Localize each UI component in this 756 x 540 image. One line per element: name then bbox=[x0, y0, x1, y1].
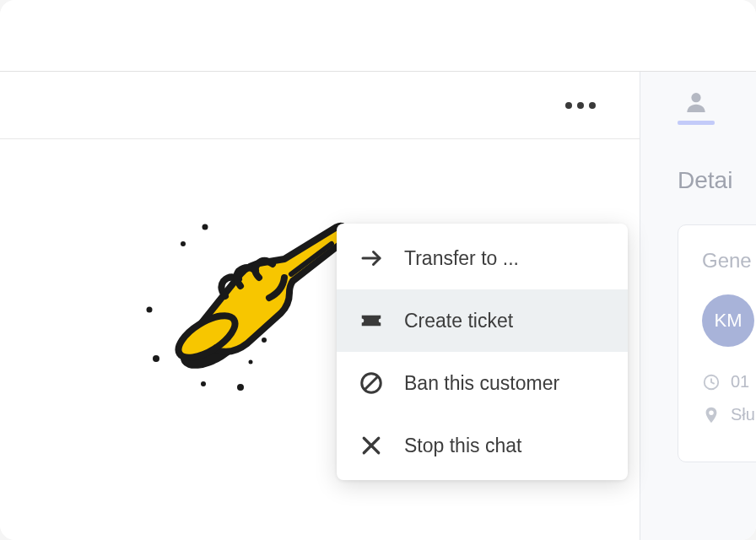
menu-item-label: Ban this customer bbox=[404, 372, 559, 395]
app-frame: Transfer to ... Create ticket Ban thi bbox=[0, 0, 756, 540]
location-row: Słu bbox=[702, 405, 756, 424]
svg-point-4 bbox=[201, 381, 206, 386]
tab-customer[interactable] bbox=[678, 89, 715, 125]
dot-icon bbox=[589, 102, 596, 109]
svg-line-13 bbox=[365, 377, 378, 390]
details-heading: Detai bbox=[678, 167, 756, 194]
svg-point-2 bbox=[181, 241, 186, 246]
svg-point-0 bbox=[147, 307, 153, 313]
menu-item-transfer[interactable]: Transfer to ... bbox=[337, 227, 628, 289]
ban-icon bbox=[359, 370, 384, 396]
svg-point-5 bbox=[237, 384, 244, 391]
arrow-right-icon bbox=[359, 246, 384, 271]
menu-item-label: Stop this chat bbox=[404, 435, 521, 457]
customer-avatar: KM bbox=[702, 294, 754, 347]
svg-point-1 bbox=[153, 355, 159, 362]
menu-item-label: Transfer to ... bbox=[404, 247, 519, 270]
side-panel-tabs bbox=[678, 89, 756, 125]
location-pin-icon bbox=[702, 406, 721, 424]
close-icon bbox=[359, 433, 384, 458]
menu-item-label: Create ticket bbox=[404, 310, 513, 332]
top-spacer bbox=[0, 0, 756, 71]
svg-point-16 bbox=[691, 93, 700, 102]
more-options-button[interactable] bbox=[559, 95, 602, 116]
dot-icon bbox=[565, 102, 572, 109]
svg-point-3 bbox=[202, 224, 208, 230]
ticket-icon bbox=[359, 308, 384, 333]
time-row: 01 bbox=[702, 372, 756, 392]
pointing-hand-illustration bbox=[139, 215, 359, 401]
main-area: Transfer to ... Create ticket Ban thi bbox=[0, 71, 756, 540]
svg-point-6 bbox=[249, 360, 253, 364]
menu-item-stop-chat[interactable]: Stop this chat bbox=[337, 414, 628, 477]
person-icon bbox=[683, 89, 710, 116]
chat-header bbox=[0, 72, 640, 139]
dot-icon bbox=[577, 102, 584, 109]
tab-active-underline bbox=[678, 121, 715, 125]
menu-item-create-ticket[interactable]: Create ticket bbox=[337, 289, 628, 352]
menu-item-ban-customer[interactable]: Ban this customer bbox=[337, 352, 628, 414]
svg-point-7 bbox=[262, 338, 267, 343]
general-info-card: Gene KM 01 bbox=[678, 224, 756, 462]
time-value: 01 bbox=[731, 372, 749, 392]
details-side-panel: Detai Gene KM 01 bbox=[640, 72, 756, 540]
clock-icon bbox=[702, 373, 721, 392]
location-value: Słu bbox=[731, 405, 755, 424]
customer-avatar-row: KM bbox=[702, 294, 756, 347]
card-heading: Gene bbox=[702, 249, 756, 273]
more-options-menu: Transfer to ... Create ticket Ban thi bbox=[337, 224, 628, 480]
